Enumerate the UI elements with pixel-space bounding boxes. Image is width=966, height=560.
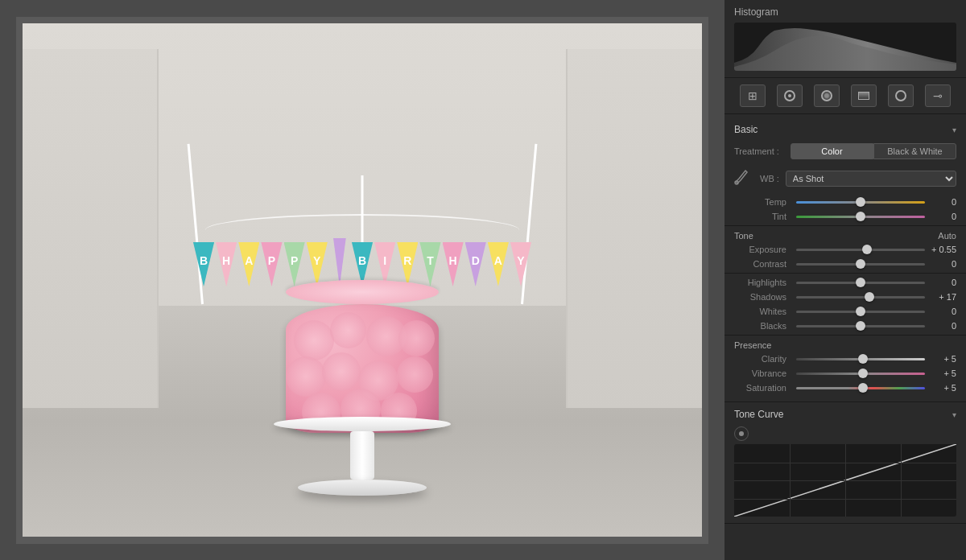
basic-panel-title: Basic <box>734 124 758 135</box>
temp-thumb[interactable] <box>856 197 865 207</box>
basic-panel: Basic ▾ Treatment : Color Black & White … <box>724 114 966 402</box>
histogram-canvas <box>734 23 956 71</box>
cake-body <box>286 304 439 433</box>
tint-label: Tint <box>734 212 786 221</box>
exposure-value: + 0.55 <box>928 245 956 254</box>
tone-subsection-header: Tone Auto <box>724 228 966 242</box>
stand-plate <box>274 417 451 431</box>
radial-filter-btn[interactable] <box>888 84 914 107</box>
contrast-thumb[interactable] <box>856 259 865 269</box>
shadows-value: + 17 <box>928 292 956 302</box>
crop-icon: ⊞ <box>748 89 758 102</box>
histogram-chart <box>734 23 956 71</box>
highlights-value: 0 <box>928 278 956 287</box>
blacks-track[interactable] <box>796 325 925 327</box>
treatment-color-btn[interactable]: Color <box>791 143 873 159</box>
highlights-thumb[interactable] <box>856 278 865 287</box>
tint-value: 0 <box>928 212 956 221</box>
flag-b: B <box>193 242 214 286</box>
banner-flags: B H A P P Y B I R T H D A Y <box>193 238 531 286</box>
clarity-track[interactable] <box>796 358 925 360</box>
tc-grid-v2 <box>845 444 846 517</box>
clarity-value: + 5 <box>928 354 956 364</box>
scene: B H A P P Y B I R T H D A Y <box>23 23 702 537</box>
wall-panel-right <box>566 49 702 409</box>
tone-curve-title: Tone Curve <box>734 409 783 420</box>
tint-track[interactable] <box>796 216 925 218</box>
stand-base <box>298 480 427 496</box>
flag-a2: A <box>488 242 509 286</box>
histogram-title: Histogram <box>734 6 778 18</box>
whites-track[interactable] <box>796 311 925 313</box>
basic-panel-header[interactable]: Basic ▾ <box>724 121 966 140</box>
blacks-label: Blacks <box>734 321 786 331</box>
tone-curve-chevron: ▾ <box>952 410 956 419</box>
treatment-label: Treatment : <box>734 146 791 156</box>
blacks-thumb[interactable] <box>856 321 865 331</box>
shadows-slider-row: Shadows + 17 <box>724 290 966 304</box>
vibrance-slider-row: Vibrance + 5 <box>724 366 966 381</box>
adjustment-brush-icon: ⊸ <box>933 89 943 102</box>
tone-curve-header[interactable]: Tone Curve ▾ <box>724 402 966 426</box>
shadows-thumb[interactable] <box>865 292 874 302</box>
tint-slider-row: Tint 0 <box>724 209 966 224</box>
tools-row: ⊞ ⊸ <box>724 78 966 114</box>
clarity-thumb[interactable] <box>858 354 868 364</box>
radial-filter-icon <box>895 90 906 101</box>
whites-thumb[interactable] <box>856 307 865 316</box>
auto-link[interactable]: Auto <box>938 231 956 241</box>
wb-select[interactable]: As Shot Auto Daylight Cloudy Custom <box>786 171 956 187</box>
cake-top <box>286 280 439 304</box>
vibrance-thumb[interactable] <box>858 369 868 378</box>
saturation-slider-row: Saturation + 5 <box>724 381 966 395</box>
flag-excl <box>329 238 350 286</box>
vibrance-track[interactable] <box>796 373 925 375</box>
contrast-track[interactable] <box>796 263 925 266</box>
exposure-track[interactable] <box>796 249 925 251</box>
saturation-label: Saturation <box>734 383 786 393</box>
photo-frame: B H A P P Y B I R T H D A Y <box>16 17 708 544</box>
treatment-row: Treatment : Color Black & White <box>724 140 966 163</box>
tint-thumb[interactable] <box>856 212 865 221</box>
vibrance-value: + 5 <box>928 369 956 378</box>
contrast-label: Contrast <box>734 259 786 269</box>
saturation-value: + 5 <box>928 383 956 393</box>
exposure-thumb[interactable] <box>862 245 872 254</box>
histogram-header: Histogram <box>734 6 956 18</box>
redeye-icon <box>821 90 832 101</box>
treatment-bw-btn[interactable]: Black & White <box>873 143 956 159</box>
cake-stand <box>282 417 443 496</box>
graduated-filter-btn[interactable] <box>851 84 877 107</box>
adjustment-brush-btn[interactable]: ⊸ <box>925 84 951 107</box>
shadows-track[interactable] <box>796 296 925 299</box>
presence-title: Presence <box>734 340 771 350</box>
tc-grid-v1 <box>790 444 791 517</box>
photo-canvas: B H A P P Y B I R T H D A Y <box>23 23 702 537</box>
highlights-slider-row: Highlights 0 <box>724 275 966 290</box>
right-panel: Histogram ⊞ <box>724 0 966 560</box>
basic-panel-chevron: ▾ <box>952 126 956 134</box>
temp-slider-row: Temp 0 <box>724 195 966 209</box>
whites-label: Whites <box>734 307 786 316</box>
flag-p1: P <box>261 242 282 286</box>
saturation-track[interactable] <box>796 387 925 389</box>
cake <box>286 280 439 433</box>
crop-tool-btn[interactable]: ⊞ <box>740 84 766 107</box>
redeye-btn[interactable] <box>814 84 840 107</box>
eyedropper-icon[interactable] <box>734 169 753 188</box>
highlights-track[interactable] <box>796 282 925 284</box>
temp-track[interactable] <box>796 201 925 204</box>
saturation-thumb[interactable] <box>858 383 868 393</box>
spot-removal-btn[interactable] <box>777 84 803 107</box>
whites-slider-row: Whites 0 <box>724 304 966 319</box>
temp-value: 0 <box>928 197 956 207</box>
contrast-value: 0 <box>928 259 956 269</box>
stand-stem <box>350 431 374 480</box>
point-curve-icon[interactable] <box>734 426 749 441</box>
temp-label: Temp <box>734 197 786 207</box>
blacks-slider-row: Blacks 0 <box>724 319 966 333</box>
flag-a1: A <box>238 242 259 286</box>
wb-row: WB : As Shot Auto Daylight Cloudy Custom <box>724 166 966 191</box>
exposure-label: Exposure <box>734 245 786 254</box>
clarity-slider-row: Clarity + 5 <box>724 352 966 366</box>
